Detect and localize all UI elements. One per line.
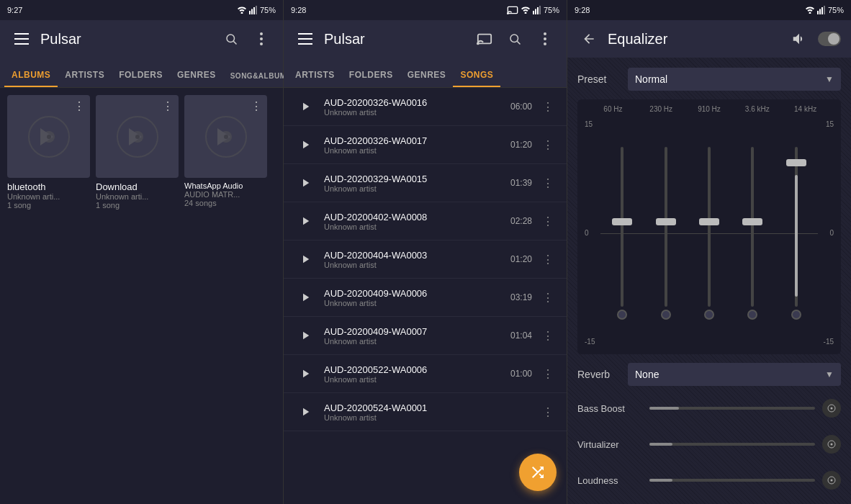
eq-thumb-4[interactable] [786, 159, 806, 166]
eq-freq-labels: 60 Hz 230 Hz 910 Hz 3.6 kHz 14 kHz [582, 105, 837, 113]
song-item-1[interactable]: AUD-20200326-WA0017 Unknown artist 01:20… [284, 126, 567, 164]
menu-icon[interactable] [10, 27, 33, 50]
song-more-2[interactable]: ⋮ [539, 174, 557, 192]
eq-thumb-3[interactable] [742, 218, 762, 225]
more-options-icon[interactable] [250, 27, 273, 50]
svg-point-35 [544, 37, 546, 40]
song-item-0[interactable]: AUD-20200326-WA0016 Unknown artist 06:00… [284, 88, 567, 126]
album-card-whatsapp[interactable]: ⋮ WhatsApp Audio AUDIO MATR... 24 songs [184, 95, 267, 210]
tab-artists-2[interactable]: ARTISTS [288, 63, 342, 87]
svg-point-31 [477, 42, 479, 45]
song-info-5: AUD-20200409-WA0006 Unknown artist [324, 288, 503, 307]
shuffle-fab[interactable] [519, 454, 557, 491]
play-btn-5[interactable] [294, 286, 317, 309]
eq-toggle[interactable] [818, 27, 841, 50]
song-info-4: AUD-20200404-WA0003 Unknown artist [324, 250, 503, 269]
album-more-whatsapp[interactable]: ⋮ [248, 98, 264, 114]
signal-icon-2 [533, 6, 541, 14]
menu-icon-2[interactable] [294, 27, 317, 50]
search-icon-2[interactable] [503, 27, 526, 50]
play-btn-4[interactable] [294, 248, 317, 271]
eq-band-1[interactable] [661, 147, 671, 320]
tab-songs[interactable]: SONGS [453, 63, 500, 87]
tabs-1: ALBUMS ARTISTS FOLDERS GENRES SONG&ALBUM… [0, 58, 283, 88]
loudness-slider[interactable] [649, 479, 815, 482]
svg-point-46 [831, 480, 833, 482]
song-artist-3: Unknown artist [324, 222, 503, 231]
tab-genres-2[interactable]: GENRES [400, 63, 454, 87]
album-more-download[interactable]: ⋮ [160, 98, 176, 114]
album-card-bluetooth[interactable]: ⋮ bluetooth Unknown arti... 1 song [7, 95, 90, 210]
preset-select[interactable]: Normal ▼ [628, 68, 841, 91]
bass-boost-slider[interactable] [649, 407, 815, 410]
tab-folders-2[interactable]: FOLDERS [342, 63, 400, 87]
back-icon[interactable] [577, 27, 600, 50]
eq-thumb-0[interactable] [612, 218, 632, 225]
eq-band-2[interactable] [704, 147, 714, 320]
song-item-6[interactable]: AUD-20200409-WA0007 Unknown artist 01:04… [284, 317, 567, 355]
svg-point-17 [135, 135, 140, 139]
song-artist-4: Unknown artist [324, 261, 503, 269]
eq-knob-4[interactable] [791, 310, 801, 320]
song-more-5[interactable]: ⋮ [539, 289, 557, 306]
svg-rect-28 [298, 38, 312, 40]
bass-boost-icon[interactable] [822, 399, 841, 418]
song-more-6[interactable]: ⋮ [539, 327, 557, 344]
play-btn-3[interactable] [294, 210, 317, 233]
eq-thumb-2[interactable] [699, 218, 719, 225]
song-item-8[interactable]: AUD-20200524-WA0001 Unknown artist ⋮ [284, 393, 567, 431]
reverb-select[interactable]: None ▼ [628, 363, 841, 386]
album-name-download: Download [96, 181, 179, 192]
svg-rect-2 [253, 7, 255, 14]
tab-artists-1[interactable]: ARTISTS [58, 63, 112, 87]
song-item-4[interactable]: AUD-20200404-WA0003 Unknown artist 01:20… [284, 240, 567, 279]
preset-value: Normal [635, 73, 825, 85]
eq-knob-3[interactable] [747, 310, 757, 320]
eq-knob-1[interactable] [661, 310, 671, 320]
svg-point-22 [507, 12, 509, 14]
play-btn-0[interactable] [294, 95, 317, 118]
volume-icon[interactable] [788, 27, 811, 50]
svg-line-33 [517, 41, 520, 44]
play-btn-1[interactable] [294, 133, 317, 156]
eq-band-3[interactable] [747, 147, 757, 320]
svg-rect-6 [14, 43, 29, 45]
eq-fill-4 [795, 175, 798, 297]
virtualizer-icon[interactable] [822, 435, 841, 454]
song-item-5[interactable]: AUD-20200409-WA0006 Unknown artist 03:19… [284, 279, 567, 317]
play-btn-8[interactable] [294, 400, 317, 423]
cast-icon[interactable] [473, 27, 496, 50]
play-btn-2[interactable] [294, 171, 317, 194]
song-more-1[interactable]: ⋮ [539, 136, 557, 153]
song-more-7[interactable]: ⋮ [539, 365, 557, 382]
song-item-3[interactable]: AUD-20200402-WA0008 Unknown artist 02:28… [284, 202, 567, 240]
tab-albums[interactable]: ALBUMS [4, 63, 58, 87]
song-more-0[interactable]: ⋮ [539, 98, 557, 115]
album-card-download[interactable]: ⋮ Download Unknown arti... 1 song [96, 95, 179, 210]
loudness-icon[interactable] [822, 471, 841, 490]
eq-thumb-1[interactable] [656, 218, 676, 225]
wifi-icon-3 [805, 6, 815, 14]
song-item-7[interactable]: AUD-20200522-WA0006 Unknown artist 01:00… [284, 355, 567, 393]
song-more-3[interactable]: ⋮ [539, 212, 557, 230]
song-more-4[interactable]: ⋮ [539, 251, 557, 268]
album-more-bluetooth[interactable]: ⋮ [71, 98, 87, 114]
eq-band-0[interactable] [617, 147, 627, 320]
svg-rect-40 [824, 6, 825, 14]
eq-knob-2[interactable] [704, 310, 714, 320]
search-icon[interactable] [220, 27, 243, 50]
song-name-1: AUD-20200326-WA0017 [324, 135, 503, 146]
virtualizer-slider[interactable] [649, 443, 815, 446]
tab-folders-1[interactable]: FOLDERS [112, 63, 170, 87]
song-more-8[interactable]: ⋮ [539, 403, 557, 420]
more-options-icon-2[interactable] [533, 27, 557, 50]
eq-knob-0[interactable] [617, 310, 627, 320]
play-btn-6[interactable] [294, 324, 317, 347]
freq-label-1: 230 Hz [643, 105, 679, 113]
song-item-2[interactable]: AUD-20200329-WA0015 Unknown artist 01:39… [284, 164, 567, 202]
tab-genres-1[interactable]: GENRES [170, 63, 223, 87]
song-duration-2: 01:39 [510, 178, 532, 188]
eq-title: Equalizer [608, 31, 780, 48]
play-btn-7[interactable] [294, 362, 317, 385]
eq-band-4[interactable] [791, 147, 801, 320]
